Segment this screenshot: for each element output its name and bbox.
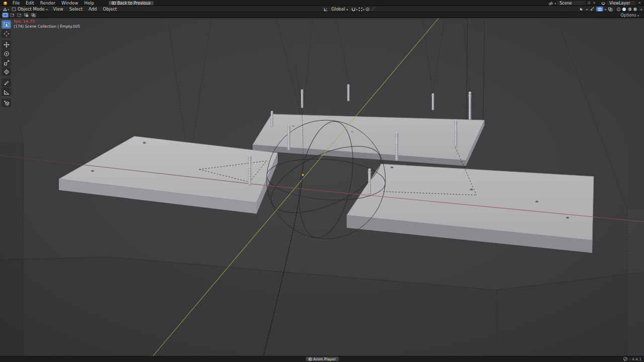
options-dropdown[interactable]: Options ▾ [621, 13, 642, 18]
viewport-overlay-text: fps: 16.75 (174) Scene Collection | Empt… [14, 19, 80, 29]
falloff-icon [370, 7, 376, 12]
select-mode-subtract[interactable] [16, 13, 23, 18]
shading-wireframe-icon[interactable] [616, 7, 621, 12]
anim-player-button[interactable]: Anim Player [305, 356, 339, 361]
tool-scale[interactable] [2, 58, 11, 67]
overlays-icon [597, 7, 602, 12]
scene-selector[interactable]: ▾ Scene 🗋 ✕ [548, 1, 597, 6]
shading-mode-group [615, 7, 639, 12]
plate-hole [351, 131, 354, 132]
scene-icon [548, 1, 553, 6]
tool-settings-bar: Options ▾ [0, 12, 644, 18]
viewport-toolbar [2, 20, 11, 107]
object-mode-label: Object Mode [18, 7, 45, 12]
tool-move[interactable] [2, 40, 11, 49]
editor-type-icon[interactable] [2, 7, 8, 12]
gizmos-toggle-icon[interactable] [589, 7, 595, 12]
dowel-peg[interactable] [368, 168, 371, 194]
snap-target-icon[interactable] [358, 7, 363, 12]
object-mode-icon [12, 7, 16, 12]
menu-object[interactable]: Object [100, 6, 120, 12]
dowel-peg[interactable] [301, 89, 303, 108]
proportional-editing-icon[interactable] [365, 7, 370, 12]
blender-window: File Edit Render Window Help Back to Pre… [0, 0, 644, 362]
snap-magnet-icon[interactable] [351, 7, 356, 12]
scene-name-field[interactable]: Scene [557, 1, 586, 6]
viewlayer-selector[interactable]: ViewLayer ✕ [601, 1, 642, 6]
plate-hole [470, 189, 473, 191]
blender-logo-icon[interactable] [3, 1, 8, 6]
status-bar: Anim Player | 4.4.1 [0, 356, 644, 362]
orientation-label: Global [331, 7, 345, 12]
tool-measure[interactable] [2, 87, 11, 96]
select-mode-intersect[interactable] [30, 13, 37, 18]
menu-select[interactable]: Select [66, 6, 86, 12]
dowel-peg[interactable] [287, 124, 290, 150]
tool-select-box[interactable] [2, 20, 11, 29]
dowel-peg[interactable] [248, 155, 252, 186]
overlays-toggle[interactable] [596, 7, 603, 12]
plate-hole [390, 167, 393, 168]
plate-hole [143, 142, 146, 144]
object-visibility-dropdown[interactable] [579, 7, 585, 12]
shading-rendered-icon[interactable] [633, 7, 637, 12]
viewport-3d[interactable]: fps: 16.75 (174) Scene Collection | Empt… [0, 18, 644, 356]
notifications-icon[interactable] [623, 357, 627, 361]
plate-hole [292, 126, 295, 127]
options-label: Options [621, 13, 636, 18]
dowel-peg[interactable] [271, 111, 273, 127]
close-icon[interactable]: ✕ [592, 1, 597, 5]
transform-orientation-icon [323, 7, 329, 12]
dowel-peg[interactable] [347, 84, 350, 101]
statusbar-right: | 4.4.1 [623, 356, 641, 362]
fps-overlay: fps: 16.75 [14, 19, 80, 24]
object-mode-dropdown[interactable]: Object Mode ▾ [9, 7, 50, 12]
shading-solid-icon[interactable] [622, 7, 626, 12]
viewlayer-icon [601, 1, 606, 6]
room-wall-shade-right [627, 209, 644, 356]
chevron-down-icon[interactable]: ▾ [586, 8, 588, 11]
new-scene-icon[interactable]: 🗋 [587, 1, 591, 5]
separator: | [629, 357, 630, 361]
menu-add[interactable]: Add [86, 6, 100, 12]
tool-transform[interactable] [2, 67, 11, 76]
menu-render[interactable]: Render [37, 0, 58, 6]
menu-window[interactable]: Window [58, 0, 82, 6]
menu-help[interactable]: Help [81, 0, 97, 6]
version-label: 4.4.1 [632, 357, 641, 361]
select-mode-invert[interactable] [23, 13, 30, 18]
tool-cursor[interactable] [2, 29, 11, 38]
viewport-header: ▾ Object Mode ▾ View Select Add Object G… [0, 6, 644, 12]
dowel-peg[interactable] [395, 132, 398, 161]
anim-player-label: Anim Player [313, 357, 336, 361]
tool-add-cube[interactable] [2, 99, 11, 107]
tool-annotate[interactable] [2, 78, 11, 87]
back-to-previous-button[interactable]: Back to Previous [108, 1, 154, 6]
tool-rotate[interactable] [2, 49, 11, 58]
stop-icon [308, 357, 312, 361]
object-origin-dot [302, 174, 304, 176]
viewlayer-name-field[interactable]: ViewLayer [607, 1, 636, 6]
back-icon [112, 2, 116, 5]
plate-hole [566, 217, 569, 219]
back-to-previous-label: Back to Previous [117, 1, 150, 6]
menu-view[interactable]: View [50, 6, 66, 12]
dowel-peg[interactable] [432, 94, 434, 110]
menu-edit[interactable]: Edit [23, 0, 37, 6]
shading-material-icon[interactable] [627, 7, 632, 12]
menu-file[interactable]: File [10, 0, 23, 6]
chevron-down-icon[interactable]: ▾ [640, 8, 642, 11]
dowel-peg[interactable] [454, 119, 457, 147]
dowel-peg[interactable] [468, 92, 471, 120]
close-icon[interactable]: ✕ [637, 1, 642, 5]
plate-hole [91, 170, 94, 172]
scene-canvas[interactable] [0, 18, 644, 356]
chevron-down-icon: ▾ [46, 8, 48, 11]
select-mode-extend[interactable] [9, 13, 16, 18]
chevron-down-icon: ▾ [554, 2, 556, 5]
active-object-overlay: (174) Scene Collection | Empty.005 [14, 24, 80, 29]
chevron-down-icon[interactable]: ▾ [605, 8, 606, 11]
xray-toggle-icon[interactable] [608, 7, 613, 12]
select-mode-new[interactable] [2, 13, 9, 18]
orientation-dropdown[interactable]: Global ▾ [329, 7, 350, 12]
